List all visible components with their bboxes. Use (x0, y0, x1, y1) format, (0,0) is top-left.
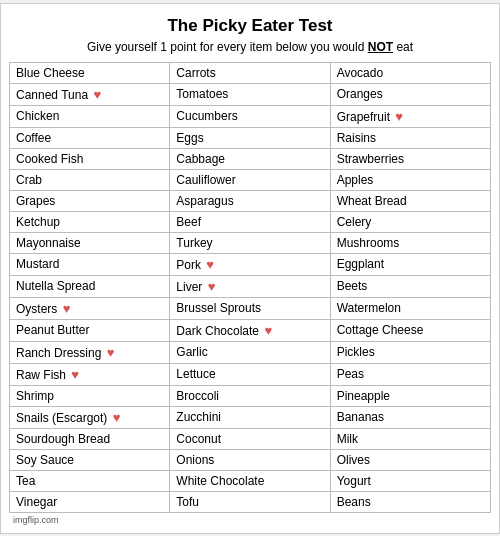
table-cell: Coffee (10, 127, 170, 148)
table-cell: Milk (330, 428, 490, 449)
table-row: MayonnaiseTurkeyMushrooms (10, 232, 491, 253)
table-cell: Pork ♥ (170, 253, 330, 275)
heart-icon: ♥ (206, 257, 214, 272)
table-cell: Liver ♥ (170, 275, 330, 297)
table-row: Cooked FishCabbageStrawberries (10, 148, 491, 169)
table-cell: Beef (170, 211, 330, 232)
table-cell: Turkey (170, 232, 330, 253)
table-cell: Pickles (330, 341, 490, 363)
table-cell: Sourdough Bread (10, 428, 170, 449)
table-cell: Tomatoes (170, 83, 330, 105)
table-cell: Cooked Fish (10, 148, 170, 169)
table-cell: Coconut (170, 428, 330, 449)
table-row: GrapesAsparagusWheat Bread (10, 190, 491, 211)
table-row: Oysters ♥Brussel SproutsWatermelon (10, 297, 491, 319)
heart-icon: ♥ (113, 410, 121, 425)
table-cell: Bananas (330, 406, 490, 428)
table-cell: Mayonnaise (10, 232, 170, 253)
table-cell: Watermelon (330, 297, 490, 319)
table-cell: Shrimp (10, 385, 170, 406)
table-cell: Avocado (330, 62, 490, 83)
table-row: MustardPork ♥Eggplant (10, 253, 491, 275)
table-cell: Garlic (170, 341, 330, 363)
table-cell: Wheat Bread (330, 190, 490, 211)
table-cell: Chicken (10, 105, 170, 127)
table-cell: Oysters ♥ (10, 297, 170, 319)
table-cell: Eggplant (330, 253, 490, 275)
table-cell: Eggs (170, 127, 330, 148)
table-cell: Zucchini (170, 406, 330, 428)
table-cell: Crab (10, 169, 170, 190)
table-row: Blue CheeseCarrotsAvocado (10, 62, 491, 83)
heart-icon: ♥ (71, 367, 79, 382)
table-row: Peanut ButterDark Chocolate ♥Cottage Che… (10, 319, 491, 341)
table-row: CoffeeEggsRaisins (10, 127, 491, 148)
table-cell: Snails (Escargot) ♥ (10, 406, 170, 428)
table-row: KetchupBeefCelery (10, 211, 491, 232)
table-cell: Carrots (170, 62, 330, 83)
table-cell: Strawberries (330, 148, 490, 169)
table-row: ChickenCucumbersGrapefruit ♥ (10, 105, 491, 127)
table-cell: Lettuce (170, 363, 330, 385)
table-cell: Broccoli (170, 385, 330, 406)
table-row: VinegarTofuBeans (10, 491, 491, 512)
food-table: Blue CheeseCarrotsAvocadoCanned Tuna ♥To… (9, 62, 491, 513)
heart-icon: ♥ (93, 87, 101, 102)
table-row: Snails (Escargot) ♥ZucchiniBananas (10, 406, 491, 428)
table-cell: Dark Chocolate ♥ (170, 319, 330, 341)
table-cell: Pineapple (330, 385, 490, 406)
table-cell: Onions (170, 449, 330, 470)
table-cell: Mustard (10, 253, 170, 275)
table-cell: Celery (330, 211, 490, 232)
table-cell: Cottage Cheese (330, 319, 490, 341)
table-cell: Grapes (10, 190, 170, 211)
subtitle-underline: NOT (368, 40, 393, 54)
watermark: imgflip.com (9, 513, 491, 525)
page-title: The Picky Eater Test (9, 16, 491, 36)
table-cell: Peanut Butter (10, 319, 170, 341)
table-cell: Brussel Sprouts (170, 297, 330, 319)
table-cell: Peas (330, 363, 490, 385)
table-cell: Yogurt (330, 470, 490, 491)
table-cell: Apples (330, 169, 490, 190)
table-row: Canned Tuna ♥TomatoesOranges (10, 83, 491, 105)
table-row: Raw Fish ♥LettucePeas (10, 363, 491, 385)
table-cell: Cauliflower (170, 169, 330, 190)
subtitle-end: eat (393, 40, 413, 54)
table-cell: Beans (330, 491, 490, 512)
table-cell: Asparagus (170, 190, 330, 211)
table-cell: Soy Sauce (10, 449, 170, 470)
table-row: Sourdough BreadCoconutMilk (10, 428, 491, 449)
table-cell: Canned Tuna ♥ (10, 83, 170, 105)
table-row: Soy SauceOnionsOlives (10, 449, 491, 470)
table-cell: Nutella Spread (10, 275, 170, 297)
table-cell: Ketchup (10, 211, 170, 232)
subtitle: Give yourself 1 point for every item bel… (9, 40, 491, 54)
table-cell: Blue Cheese (10, 62, 170, 83)
heart-icon: ♥ (395, 109, 403, 124)
table-cell: Tofu (170, 491, 330, 512)
table-cell: Cabbage (170, 148, 330, 169)
table-cell: Cucumbers (170, 105, 330, 127)
picky-eater-card: The Picky Eater Test Give yourself 1 poi… (0, 3, 500, 534)
subtitle-plain: Give yourself 1 point for every item bel… (87, 40, 368, 54)
table-cell: Raisins (330, 127, 490, 148)
table-cell: Ranch Dressing ♥ (10, 341, 170, 363)
table-cell: Tea (10, 470, 170, 491)
table-row: TeaWhite ChocolateYogurt (10, 470, 491, 491)
table-cell: Raw Fish ♥ (10, 363, 170, 385)
table-row: Nutella SpreadLiver ♥Beets (10, 275, 491, 297)
table-cell: Olives (330, 449, 490, 470)
table-row: CrabCauliflowerApples (10, 169, 491, 190)
heart-icon: ♥ (63, 301, 71, 316)
heart-icon: ♥ (264, 323, 272, 338)
table-cell: Oranges (330, 83, 490, 105)
table-cell: Mushrooms (330, 232, 490, 253)
table-row: ShrimpBroccoliPineapple (10, 385, 491, 406)
heart-icon: ♥ (208, 279, 216, 294)
table-cell: Vinegar (10, 491, 170, 512)
heart-icon: ♥ (107, 345, 115, 360)
table-row: Ranch Dressing ♥GarlicPickles (10, 341, 491, 363)
table-cell: Grapefruit ♥ (330, 105, 490, 127)
table-cell: Beets (330, 275, 490, 297)
